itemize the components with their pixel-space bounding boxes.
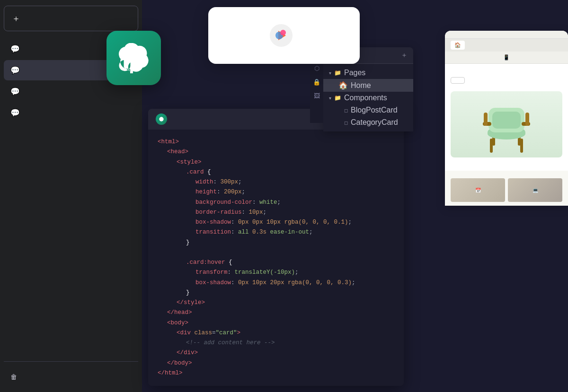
explorer-add-icon[interactable]: ＋ — [401, 51, 408, 60]
tree-pages-folder[interactable]: ▾ 📁 Pages — [323, 67, 413, 79]
svg-rect-14 — [484, 113, 488, 126]
tree-categorycard-file[interactable]: ◻ CategoryCard — [323, 116, 413, 129]
chat-icon-3: 💬 — [10, 87, 20, 96]
teleport-logo-icon — [270, 24, 293, 47]
media-icon[interactable]: 🖼 — [314, 92, 320, 99]
code-body: <html> <head> <style> .card { width: 300… — [148, 130, 404, 386]
svg-rect-15 — [525, 113, 529, 126]
components-icon[interactable]: ⬡ — [314, 65, 320, 72]
chatgpt-small-icon — [156, 113, 167, 125]
home-tab-label: 🏠 — [454, 42, 461, 48]
tree-home-label: Home — [351, 81, 371, 90]
furniture-tab-home[interactable]: 🏠 — [451, 41, 465, 50]
explorer-tree: ▾ 📁 Pages 🏠 Home ▾ 📁 Components ◻ BlogPo… — [323, 64, 413, 131]
furniture-cta-button[interactable] — [451, 77, 465, 84]
furniture-chair-image — [451, 91, 562, 157]
chat-icon-4: 💬 — [10, 108, 20, 117]
furniture-content — [445, 64, 568, 171]
plus-icon: ＋ — [12, 13, 20, 24]
furniture-topbar — [445, 31, 568, 39]
tree-components-label: Components — [344, 94, 387, 102]
tree-pages-label: Pages — [344, 69, 365, 77]
file-icon-2: ◻ — [344, 120, 348, 125]
categories-grid: 📅 💻 — [451, 178, 562, 202]
cat-image-1: 📅 — [451, 178, 505, 202]
sidebar-bottom: 🗑 — [4, 361, 138, 386]
tree-components-folder[interactable]: ▾ 📁 Components — [323, 92, 413, 104]
chevron-down-icon: ▾ — [329, 70, 331, 76]
tree-categorycard-label: CategoryCard — [351, 118, 398, 127]
teleport-card — [208, 7, 360, 64]
file-icon-1: ◻ — [344, 108, 348, 113]
assets-icon[interactable]: 🔒 — [313, 78, 320, 86]
chat-icon-1: 💬 — [10, 44, 20, 53]
folder-icon: 📁 — [334, 70, 341, 76]
furniture-panel: 🏠 📱 — [445, 31, 568, 206]
new-chat-button[interactable]: ＋ — [4, 6, 138, 31]
code-panel: ⧉ <html> <head> <style> .card { width: 3… — [148, 109, 404, 386]
chair-svg — [478, 94, 535, 155]
folder-icon-2: 📁 — [334, 95, 341, 101]
tree-blogpost-file[interactable]: ◻ BlogPostCard — [323, 104, 413, 116]
svg-point-3 — [280, 30, 286, 35]
tree-home-file[interactable]: 🏠 Home — [323, 79, 413, 92]
chatgpt-mini-svg — [158, 116, 165, 122]
home-icon: 🏠 — [338, 81, 348, 90]
chevron-down-icon-2: ▾ — [329, 96, 331, 101]
tree-blogpost-label: BlogPostCard — [351, 106, 398, 114]
chat-icon-2: 💬 — [10, 66, 20, 75]
svg-rect-11 — [492, 112, 521, 129]
chat-item-calorie[interactable]: 💬 — [4, 103, 138, 123]
furniture-viewport-label: 📱 — [445, 52, 568, 64]
mobile-icon: 📱 — [503, 54, 510, 61]
furniture-tab-row: 🏠 — [445, 39, 568, 52]
category-item-2[interactable]: 💻 — [508, 178, 562, 202]
explorer-icons: ＋ — [401, 51, 408, 60]
trash-icon: 🗑 — [10, 373, 17, 381]
category-item-1[interactable]: 📅 — [451, 178, 505, 202]
chatgpt-logo-svg — [119, 43, 149, 73]
chat-list: 💬 💬 💬 💬 — [4, 39, 138, 361]
cat-image-2: 💻 — [508, 178, 562, 202]
furniture-categories: 📅 💻 — [445, 171, 568, 206]
clear-conversations-button[interactable]: 🗑 — [4, 367, 138, 386]
chatgpt-logo-box — [106, 31, 161, 85]
